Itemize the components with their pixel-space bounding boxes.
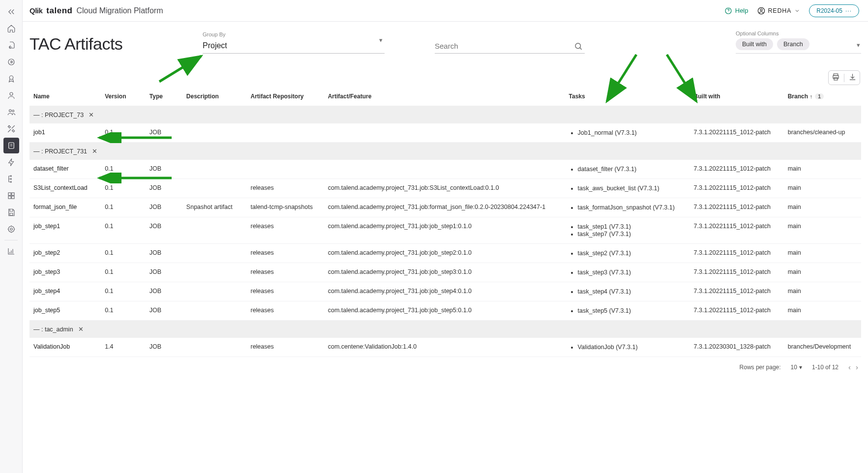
grid-icon[interactable] <box>3 188 19 204</box>
group-header[interactable]: — : tac_admin✕ <box>30 321 861 338</box>
svg-rect-11 <box>8 196 11 199</box>
cell-type: JOB <box>146 301 182 321</box>
cell-type: JOB <box>146 244 182 263</box>
cell-tasks: dataset_filter (V7.3.1) <box>565 160 690 179</box>
optional-columns-select[interactable]: Built with Branch ▾ <box>736 38 861 54</box>
cell-built: 7.3.1.20221115_1012-patch <box>690 217 784 244</box>
cell-feature <box>324 123 565 143</box>
search-field[interactable] <box>435 39 585 54</box>
export-icon[interactable] <box>3 37 19 53</box>
cell-tasks: task_step5 (V7.3.1) <box>565 301 690 321</box>
col-repo[interactable]: Artifact Repository <box>246 88 324 106</box>
cell-repo: talend-tcmp-snapshots <box>246 198 324 217</box>
next-page-button[interactable]: › <box>856 363 858 371</box>
cell-type: JOB <box>146 198 182 217</box>
cell-type: JOB <box>146 338 182 357</box>
home-icon[interactable] <box>3 21 19 36</box>
svg-point-1 <box>9 76 13 80</box>
table-row[interactable]: job_step40.1JOBreleasescom.talend.academ… <box>30 282 861 301</box>
cell-tasks: ValidationJob (V7.3.1) <box>565 338 690 357</box>
svg-point-3 <box>9 110 11 112</box>
close-icon[interactable]: ✕ <box>78 325 84 333</box>
chip-branch[interactable]: Branch <box>777 38 809 50</box>
cell-version: 1.4 <box>101 338 146 357</box>
caret-down-icon: ▾ <box>379 36 383 44</box>
table-row[interactable]: S3List_contextLoad0.1JOBreleasescom.tale… <box>30 179 861 198</box>
table-row[interactable]: job_step50.1JOBreleasescom.talend.academ… <box>30 301 861 321</box>
col-description[interactable]: Description <box>182 88 247 106</box>
cell-tasks: task_step3 (V7.3.1) <box>565 263 690 282</box>
cell-feature <box>324 160 565 179</box>
col-name[interactable]: Name <box>30 88 101 106</box>
table-row[interactable]: format_json_file0.1JOBSnpashot artifactt… <box>30 198 861 217</box>
svg-point-2 <box>10 92 13 95</box>
cell-branch: main <box>784 282 861 301</box>
person-icon[interactable] <box>3 88 19 103</box>
svg-rect-28 <box>834 78 838 80</box>
save-icon[interactable] <box>3 205 19 220</box>
col-version[interactable]: Version <box>101 88 146 106</box>
target-icon[interactable] <box>3 221 19 237</box>
artifacts-icon[interactable] <box>3 138 19 153</box>
ellipsis-icon: ··· <box>845 7 852 14</box>
export-buttons <box>828 70 860 85</box>
svg-rect-5 <box>8 143 14 148</box>
task-item: task_step4 (V7.3.1) <box>578 288 686 295</box>
cell-name: job1 <box>30 123 101 143</box>
bolt-icon[interactable] <box>3 154 19 170</box>
cell-version: 0.1 <box>101 282 146 301</box>
download-icon[interactable] <box>848 73 857 83</box>
tools-icon[interactable] <box>3 121 19 137</box>
table-row[interactable]: ValidationJob1.4JOBreleasescom.centene:V… <box>30 338 861 357</box>
col-tasks[interactable]: Tasks <box>565 88 690 106</box>
table-row[interactable]: job_step10.1JOBreleasescom.talend.academ… <box>30 217 861 244</box>
cell-type: JOB <box>146 179 182 198</box>
cell-branch: branches/cleaned-up <box>784 123 861 143</box>
prev-page-button[interactable]: ‹ <box>848 363 851 371</box>
col-built[interactable]: Built with <box>690 88 784 106</box>
chip-built-with[interactable]: Built with <box>736 38 773 50</box>
task-item: task_aws_bucket_list (V7.3.1) <box>578 185 686 192</box>
version-selector[interactable]: R2024-05 ··· <box>809 4 859 17</box>
cell-description <box>182 244 247 263</box>
table-row[interactable]: job_step30.1JOBreleasescom.talend.academ… <box>30 263 861 282</box>
table-row[interactable]: job10.1JOBJob1_normal (V7.3.1)7.3.1.2022… <box>30 123 861 143</box>
cell-branch: main <box>784 263 861 282</box>
cell-name: dataset_filter <box>30 160 101 179</box>
cell-type: JOB <box>146 263 182 282</box>
badge-icon[interactable] <box>3 71 19 87</box>
cell-feature: com.talend.academy.project_731.job:job_s… <box>324 244 565 263</box>
col-branch[interactable]: Branch ↑ 1 <box>784 88 861 106</box>
search-input[interactable] <box>435 39 585 54</box>
svg-point-18 <box>575 43 581 49</box>
caret-down-icon: ▾ <box>799 364 802 371</box>
cell-repo: releases <box>246 244 324 263</box>
group-by-select[interactable]: Group By ▾ <box>203 31 385 54</box>
help-link[interactable]: Help <box>724 7 748 15</box>
cell-description <box>182 338 247 357</box>
user-menu[interactable]: REDHA <box>757 7 801 15</box>
table-row[interactable]: dataset_filter0.1JOBdataset_filter (V7.3… <box>30 160 861 179</box>
cell-built: 7.3.1.20221115_1012-patch <box>690 244 784 263</box>
cell-name: job_step2 <box>30 244 101 263</box>
rows-per-page-select[interactable]: 10 ▾ <box>791 364 802 371</box>
cell-tasks: task_step2 (V7.3.1) <box>565 244 690 263</box>
expand-sidebar-icon[interactable] <box>3 4 19 20</box>
print-icon[interactable] <box>832 73 840 83</box>
col-type[interactable]: Type <box>146 88 182 106</box>
close-icon[interactable]: ✕ <box>89 111 94 118</box>
close-icon[interactable]: ✕ <box>92 148 97 155</box>
col-feature[interactable]: Artifact/Feature <box>324 88 565 106</box>
group-header[interactable]: — : PROJECT_731✕ <box>30 143 861 160</box>
tree-icon[interactable] <box>3 171 19 187</box>
people-icon[interactable] <box>3 104 19 120</box>
cell-feature: com.talend.academy.project_731.job:job_s… <box>324 263 565 282</box>
coin-icon[interactable] <box>3 54 19 70</box>
cell-version: 0.1 <box>101 198 146 217</box>
chart-icon[interactable] <box>3 243 19 259</box>
group-by-value[interactable] <box>203 38 385 54</box>
task-item: ValidationJob (V7.3.1) <box>578 344 686 351</box>
cell-tasks: Job1_normal (V7.3.1) <box>565 123 690 143</box>
table-row[interactable]: job_step20.1JOBreleasescom.talend.academ… <box>30 244 861 263</box>
group-header[interactable]: — : PROJECT_73✕ <box>30 106 861 124</box>
